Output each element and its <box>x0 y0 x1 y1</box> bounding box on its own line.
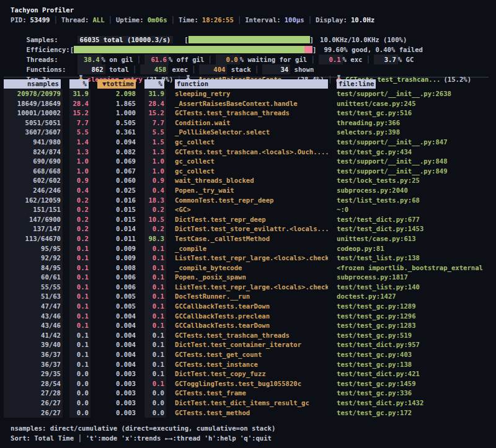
table-row: 602/6020.90.0600.9wait_threads_blockedte… <box>4 176 491 186</box>
stat-unit: exec <box>168 66 188 73</box>
column-header-pct-cumulative[interactable]: % <box>144 79 166 89</box>
cell-nsamples: 20978/20979 <box>4 89 63 99</box>
cell-pct-cumulative: 0.1 <box>144 263 166 273</box>
status-bar: PID:53499│Thread:ALL│Uptime:0m06s│Time:1… <box>0 15 496 25</box>
cell-function: DocTestRunner.__run <box>173 292 328 302</box>
cell-tottime: 0.003 <box>97 389 138 398</box>
cell-function: DictTest.test_dict_items_result_gc <box>173 398 328 408</box>
cell-pct-direct: 1.0 <box>69 157 91 167</box>
table-row: 28/540.00.0030.1GCTogglingTests.test_bug… <box>4 379 491 389</box>
cell-pct-cumulative: 98.3 <box>144 234 166 244</box>
cell-tottime: 0.003 <box>97 379 138 389</box>
cell-pct-direct: 0.1 <box>69 244 91 254</box>
cell-pct-cumulative: 0.1 <box>144 273 166 283</box>
column-header-file-line[interactable]: file:line <box>335 79 491 89</box>
cell-tottime: 0.016 <box>97 196 138 206</box>
table-row: 5051/50517.70.5057.7Condition.waitthread… <box>4 118 491 128</box>
cell-file-line: threading.py:366 <box>335 118 491 128</box>
cell-pct-cumulative: 0.1 <box>144 292 166 302</box>
cell-nsamples: 26/27 <box>4 398 63 408</box>
table-row: 20978/2097931.92.09831.9sleeping_retryte… <box>4 89 491 99</box>
cell-pct-direct: 0.1 <box>69 331 91 341</box>
cell-nsamples: 690/690 <box>4 157 63 167</box>
cell-file-line: test/test_gc.py:1296 <box>335 312 491 322</box>
cell-nsamples: 36/37 <box>4 360 63 370</box>
cell-file-line: test/support/__init__.py:848 <box>335 157 491 167</box>
cell-file-line: test/test_gc.py:336 <box>335 389 491 398</box>
cell-function: Popen._posix_spawn <box>173 273 328 283</box>
cell-pct-cumulative: 0.2 <box>144 224 166 234</box>
cell-function: sleeping_retry <box>173 89 328 99</box>
cell-pct-direct: 0.1 <box>69 312 91 322</box>
cell-nsamples: 84/95 <box>4 263 63 273</box>
cell-file-line: test/test_gc.py:434 <box>335 147 491 157</box>
table-header: nsamples%▼tottime%functionfile:line <box>4 79 491 89</box>
column-header-label: % <box>144 79 164 89</box>
cell-file-line: test/test_gc.py:403 <box>335 350 491 360</box>
cell-pct-direct: 0.1 <box>69 273 91 283</box>
cell-function: _PollLikeSelector.select <box>173 128 328 138</box>
cell-function: GCCallbackTests.tearDown <box>173 302 328 312</box>
function-stat: 404 stack <box>199 66 250 73</box>
cell-tottime: 0.004 <box>97 360 138 370</box>
process-table: nsamples%▼tottime%functionfile:line20978… <box>0 79 496 418</box>
column-header-function[interactable]: function <box>173 79 328 89</box>
threads-label: Threads: <box>27 55 78 64</box>
cell-nsamples: 26/27 <box>4 408 63 418</box>
cell-file-line: test/test_gc.py:1459 <box>335 379 491 389</box>
stat-value: 0.1 <box>319 55 343 64</box>
cell-file-line: test/list_tests.py:68 <box>335 196 491 206</box>
cell-tottime: 0.015 <box>97 205 138 215</box>
cell-pct-cumulative: 0.1 <box>144 253 166 263</box>
cell-nsamples: 602/602 <box>4 176 63 186</box>
bar-close-bracket: ] <box>312 46 316 53</box>
column-header-label: file:line <box>337 79 376 89</box>
cell-pct-cumulative: 0.4 <box>144 186 166 196</box>
cell-function: gc_collect <box>173 157 328 167</box>
cell-pct-direct: 0.1 <box>69 292 91 302</box>
status-item-label: Thread: <box>61 16 89 24</box>
cell-pct-cumulative: 0.1 <box>144 244 166 254</box>
cell-function: _compile <box>173 244 328 254</box>
column-header-pct-direct[interactable]: % <box>69 79 91 89</box>
bar-close-bracket: ] <box>310 36 314 43</box>
column-header-label: function <box>175 79 328 89</box>
table-row: 137/1470.20.0140.2DictTest.test_store_ev… <box>4 224 491 234</box>
cell-tottime: 0.069 <box>97 157 138 167</box>
cell-pct-direct: 0.1 <box>69 302 91 312</box>
cell-pct-cumulative: 0.1 <box>144 331 166 341</box>
stat-value: 3.7 <box>374 55 398 64</box>
cell-nsamples: 28/54 <box>4 379 63 389</box>
table-row: 41/420.10.0040.1GCTests.test_trashcan_th… <box>4 331 491 341</box>
table-row: 29/350.00.0030.1DictTest.test_copy_fuzzt… <box>4 369 491 379</box>
cell-nsamples: 246/246 <box>4 186 63 196</box>
column-header-label: % <box>69 79 89 89</box>
cell-tottime: 0.006 <box>97 273 138 283</box>
cell-pct-direct: 1.3 <box>69 147 91 157</box>
table-row: 43/460.10.0040.1GCCallbackTests.tearDown… <box>4 321 491 331</box>
cell-function: GCCallbackTests.preclean <box>173 312 328 322</box>
cell-tottime: 0.004 <box>97 321 138 331</box>
thread-stat: 0.0% waiting for gil <box>216 56 307 63</box>
cell-tottime: 0.006 <box>97 283 138 292</box>
status-item-label: Time: <box>179 16 198 24</box>
cell-nsamples: 60/61 <box>4 273 63 283</box>
cell-tottime: 0.094 <box>97 138 138 147</box>
function-stat: 34 shown <box>262 66 314 73</box>
stat-value: 0.0 <box>216 55 240 64</box>
cell-nsamples: 941/980 <box>4 138 63 147</box>
function-stat: 862 total <box>78 66 129 73</box>
cell-tottime: 0.011 <box>97 234 138 244</box>
cell-pct-cumulative: 0.9 <box>144 176 166 186</box>
column-header-nsamples[interactable]: nsamples <box>4 79 63 89</box>
stat-value: 458 <box>140 64 168 74</box>
cell-pct-cumulative: 0.1 <box>144 302 166 312</box>
cell-file-line: unittest/case.py:613 <box>335 234 491 244</box>
thread-stat: 61.6% off gil <box>144 56 204 63</box>
table-row: 55/550.10.0060.1ListTest.test_repr_large… <box>4 283 491 292</box>
functions-label: Functions: <box>27 64 78 74</box>
cell-tottime: 0.025 <box>97 186 138 196</box>
thread-stat: 38.4% on gil <box>78 56 133 63</box>
status-item-value: ALL <box>92 16 104 24</box>
column-header-tottime[interactable]: ▼tottime <box>97 79 138 89</box>
